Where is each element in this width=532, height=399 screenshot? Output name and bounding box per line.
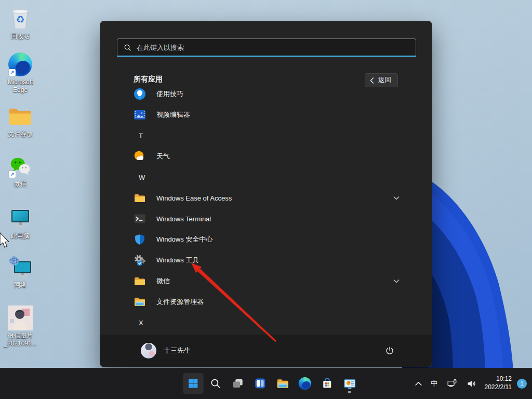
video-editor-icon [134, 109, 146, 121]
terminal-icon [134, 212, 146, 225]
chevron-down-icon[interactable] [393, 196, 400, 200]
tray-chevron-up-button[interactable] [413, 374, 424, 393]
task-view-button[interactable] [228, 373, 248, 394]
network-tray-button[interactable] [444, 374, 460, 393]
section-letter-X[interactable]: X [100, 312, 432, 333]
user-bar: 十三先生 [100, 335, 432, 367]
start-button[interactable] [183, 373, 204, 394]
file-explorer-icon [134, 296, 146, 308]
taskbar-center-icons [183, 368, 360, 399]
running-indicator [348, 391, 351, 393]
widgets-button[interactable] [250, 373, 271, 394]
app-row-windows-security[interactable]: Windows 安全中心 [100, 229, 432, 250]
search-box[interactable] [117, 38, 416, 57]
security-shield-icon [134, 233, 146, 246]
network-icon [8, 255, 33, 279]
widgets-icon [254, 377, 267, 390]
desktop-icon-label: Microsoft Edge [1, 78, 39, 94]
system-config-icon [343, 377, 356, 390]
notification-badge[interactable]: 1 [517, 379, 527, 389]
all-apps-list: 使用技巧 视频编辑器 T [100, 88, 432, 333]
image-thumbnail-icon [8, 305, 33, 330]
desktop-icon-label: 微信 [14, 180, 26, 188]
tips-icon [134, 88, 146, 100]
windows-logo-icon [188, 378, 199, 389]
section-letter-W[interactable]: W [100, 167, 432, 188]
desktop-icon-label: 此电脑 [11, 232, 30, 240]
desktop-icon-wechat-image[interactable]: 微信图片_2021091... [1, 305, 39, 348]
app-row-wechat-folder[interactable]: 微信 [100, 271, 432, 291]
desktop-icon-microsoft-edge[interactable]: ↗ Microsoft Edge [1, 52, 39, 94]
desktop-icon-wechat[interactable]: ↗ 微信 [1, 154, 39, 188]
taskbar-search-button[interactable] [205, 373, 226, 394]
clock-time: 10:12 [485, 375, 512, 383]
shortcut-arrow-icon: ↗ [9, 69, 16, 76]
user-name[interactable]: 十三先生 [164, 346, 374, 355]
folder-icon [134, 275, 146, 287]
file-explorer-button[interactable] [272, 373, 293, 394]
file-explorer-icon [276, 377, 289, 390]
folder-icon [134, 192, 146, 204]
desktop-icon-label: 微信图片_2021091... [4, 332, 36, 348]
chevron-left-icon [370, 77, 374, 84]
microsoft-store-icon [321, 377, 334, 390]
edge-icon [299, 377, 311, 390]
ime-indicator[interactable]: 中 [428, 374, 441, 393]
desktop-icon-label: 文件存放 [8, 130, 33, 138]
clock[interactable]: 10:12 2022/2/11 [483, 375, 514, 391]
volume-tray-button[interactable] [463, 374, 480, 393]
app-row-windows-terminal[interactable]: Windows Terminal [100, 208, 432, 229]
network-icon [447, 378, 458, 389]
edge-button[interactable] [295, 373, 315, 394]
taskbar-tray: 中 10:12 2022/2/11 1 [413, 368, 527, 399]
desktop-icon-label: 回收站 [11, 33, 30, 41]
search-input[interactable] [137, 44, 409, 51]
taskbar: 中 10:12 2022/2/11 1 [0, 368, 532, 399]
app-row-tips[interactable]: 使用技巧 [100, 88, 432, 104]
speaker-icon [466, 378, 477, 389]
power-icon [385, 346, 394, 355]
desktop-icon-file-storage[interactable]: 文件存放 [1, 104, 39, 138]
search-icon [210, 378, 221, 389]
app-row-windows-ease-of-access[interactable]: Windows Ease of Access [100, 188, 432, 208]
folder-icon [8, 106, 32, 127]
user-avatar[interactable] [141, 343, 156, 358]
app-row-weather[interactable]: 天气 [100, 146, 432, 167]
recycle-bin-icon: ♻ [9, 7, 32, 31]
desktop-icon-recycle-bin[interactable]: ♻ 回收站 [1, 6, 39, 41]
section-letter-T[interactable]: T [100, 125, 432, 146]
all-apps-title: 所有应用 [134, 75, 163, 84]
chevron-up-icon [415, 381, 422, 386]
weather-icon [134, 150, 146, 163]
back-button[interactable]: 返回 [365, 73, 398, 87]
this-pc-icon [8, 207, 32, 229]
windows-tools-icon [134, 254, 146, 267]
all-apps-header: 所有应用 返回 [100, 73, 432, 89]
clock-date: 2022/2/11 [485, 383, 512, 392]
desktop-icon-network[interactable]: 网络 [1, 255, 39, 289]
mouse-cursor [0, 232, 10, 249]
svg-text:♻: ♻ [16, 14, 24, 25]
power-button[interactable] [381, 342, 398, 360]
shortcut-arrow-icon: ↗ [9, 171, 16, 178]
microsoft-store-button[interactable] [317, 373, 338, 394]
start-menu-panel: 所有应用 返回 使用技巧 [100, 21, 432, 367]
chevron-down-icon[interactable] [393, 279, 400, 283]
app-row-file-explorer[interactable]: 文件资源管理器 [100, 291, 432, 312]
search-icon [124, 44, 131, 51]
desktop-icon-label: 网络 [14, 281, 26, 289]
system-config-button[interactable] [339, 373, 360, 394]
app-row-video-editor[interactable]: 视频编辑器 [100, 104, 432, 125]
app-row-windows-tools[interactable]: Windows 工具 [100, 250, 432, 271]
task-view-icon [232, 377, 244, 390]
